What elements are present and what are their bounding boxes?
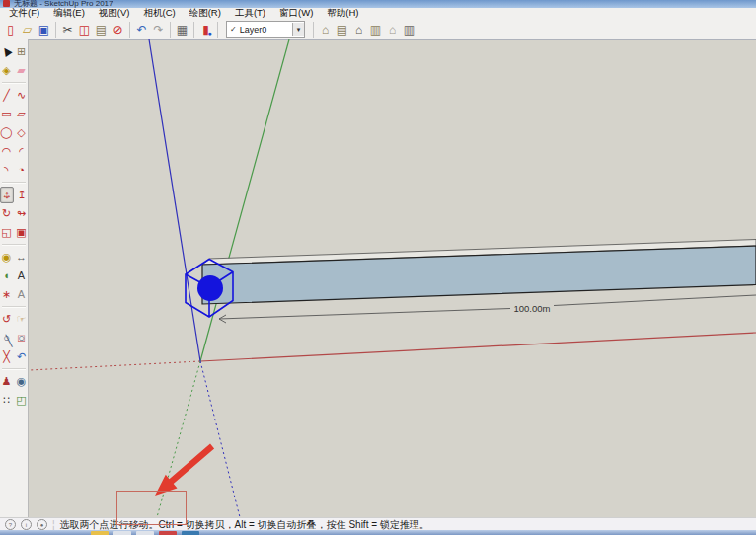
3d-text-tool[interactable]: A [15,287,28,302]
make-component-icon: ⊞ [17,45,26,58]
toolbar-views-group: ⌂▤⌂▥⌂▥ [317,21,417,38]
status-help-icon[interactable]: ? [5,519,16,530]
tool-palette: ▶⊞◈▰╱∿▭▱◯◇◠◜◝◔↔↕↥↻↬◱▣◉↔◖A∗A↺☞○╲□○╳↶♟◉∷◰ [0,39,29,517]
scale-tool[interactable]: ◱ [0,225,13,240]
look-around-icon: ◉ [17,375,27,388]
section-plane-icon: ◰ [16,394,26,407]
three-point-arc-tool[interactable]: ◝ [0,163,13,178]
orbit-tool[interactable]: ↺ [0,312,13,327]
eraser-tool[interactable]: ▰ [15,63,28,78]
toolbar-separator [129,22,130,38]
make-component-tool[interactable]: ⊞ [15,44,28,59]
new-button[interactable]: ▯ [2,21,19,38]
selected-endpoint[interactable] [197,275,223,301]
layer-dropdown-button[interactable]: ▾ [292,23,304,36]
text-tool[interactable]: A [15,268,28,283]
move-tool[interactable]: ↔↕ [0,187,14,203]
two-point-arc-tool[interactable]: ◜ [15,144,28,159]
palette-row: ◉↔ [0,248,28,267]
model-info-button[interactable]: ▮● [197,21,214,38]
red-axis-dotted [30,361,200,370]
layer-selector[interactable]: ✓ Layer0 ▾ [226,21,305,38]
status-bar: ? i ● ¦ 选取两个点进行移动。Ctrl = 切换拷贝，Alt = 切换自动… [0,517,756,531]
push-pull-tool[interactable]: ↥ [16,188,28,202]
pan-tool[interactable]: ☞ [15,312,28,327]
follow-me-icon: ↬ [17,207,26,220]
left-view-icon: ▥ [404,23,415,37]
paint-bucket-icon: ◈ [2,64,10,77]
select-tool[interactable]: ▶ [0,44,13,59]
taskbar-app-5[interactable] [182,531,199,535]
axes-tool[interactable]: ∗ [0,287,13,302]
palette-separator [2,368,26,370]
top-view-icon: ▤ [337,23,347,37]
position-camera-icon: ♟ [2,375,12,388]
select-icon: ▶ [0,44,14,58]
redo-button[interactable]: ↷ [150,21,167,38]
line-tool[interactable]: ╱ [0,88,13,103]
rotated-rectangle-tool[interactable]: ▱ [15,107,28,121]
previous-view-tool[interactable]: ↶ [15,349,28,364]
open-button[interactable]: ▱ [19,21,36,38]
cut-icon: ✂ [62,23,72,37]
rectangle-tool[interactable]: ▭ [0,107,13,121]
taskbar-app-3[interactable] [136,531,154,535]
dimension-tool[interactable]: ↔ [15,250,28,265]
taskbar-app-2[interactable] [113,531,131,535]
palette-row: ∷◰ [0,391,28,410]
left-view-button[interactable]: ▥ [401,21,417,38]
circle-tool[interactable]: ◯ [0,125,13,140]
taskbar-app-1[interactable] [91,531,109,535]
iso-view-button[interactable]: ⌂ [317,21,334,38]
toolbar-separator [313,22,314,38]
look-around-tool[interactable]: ◉ [15,374,28,389]
offset-icon: ▣ [16,226,26,239]
offset-tool[interactable]: ▣ [15,225,28,240]
print-button[interactable]: ▦ [174,21,190,38]
status-info-icon[interactable]: i [21,519,32,530]
arc-tool[interactable]: ◠ [0,144,13,159]
toolbar-separator [193,22,194,38]
tape-measure-tool[interactable]: ◉ [0,250,13,265]
follow-me-tool[interactable]: ↬ [15,206,28,221]
zoom-tool[interactable]: ○╲ [0,331,13,345]
cut-button[interactable]: ✂ [59,21,76,38]
pie-tool[interactable]: ◔ [15,163,28,178]
save-icon: ▣ [38,23,49,37]
back-view-button[interactable]: ⌂ [384,21,401,38]
right-view-button[interactable]: ▥ [367,21,384,38]
redo-icon: ↷ [153,23,163,37]
right-view-icon: ▥ [370,23,381,37]
paste-button[interactable]: ▤ [93,21,110,38]
walk-tool[interactable]: ∷ [0,393,13,408]
pie-icon: ◔ [18,164,25,177]
windows-taskbar[interactable] [0,530,756,535]
rotate-tool[interactable]: ↻ [0,206,13,221]
copy-button[interactable]: ◫ [76,21,93,38]
toolbar-standard-group: ▯▱▣✂◫▤⊘↶↷▦▮● [2,21,221,38]
position-camera-tool[interactable]: ♟ [0,374,13,389]
zoom-window-tool[interactable]: □○ [15,331,28,345]
paste-icon: ▤ [96,23,107,37]
zoom-extents-tool[interactable]: ╳ [0,349,13,364]
top-view-button[interactable]: ▤ [334,21,350,38]
save-button[interactable]: ▣ [36,21,52,38]
toolbar-separator [170,22,171,38]
front-view-button[interactable]: ⌂ [350,21,367,38]
polygon-tool[interactable]: ◇ [15,125,28,140]
delete-button[interactable]: ⊘ [110,21,126,38]
toolbar: ▯▱▣✂◫▤⊘↶↷▦▮● ✓ Layer0 ▾ ⌂▤⌂▥⌂▥ [0,19,756,40]
drawing-canvas[interactable]: 100.00m [30,39,756,517]
palette-row: ▭▱ [0,105,28,123]
status-user-icon[interactable]: ● [37,519,47,530]
section-plane-tool[interactable]: ◰ [15,393,28,408]
palette-row: ↺☞ [0,310,28,329]
line-icon: ╱ [3,89,10,102]
protractor-tool[interactable]: ◖ [0,268,13,283]
undo-button[interactable]: ↶ [133,21,150,38]
print-icon: ▦ [177,23,188,37]
paint-bucket-tool[interactable]: ◈ [0,63,13,78]
blue-axis [149,39,200,361]
taskbar-app-4[interactable] [159,531,177,535]
freehand-tool[interactable]: ∿ [15,88,28,103]
